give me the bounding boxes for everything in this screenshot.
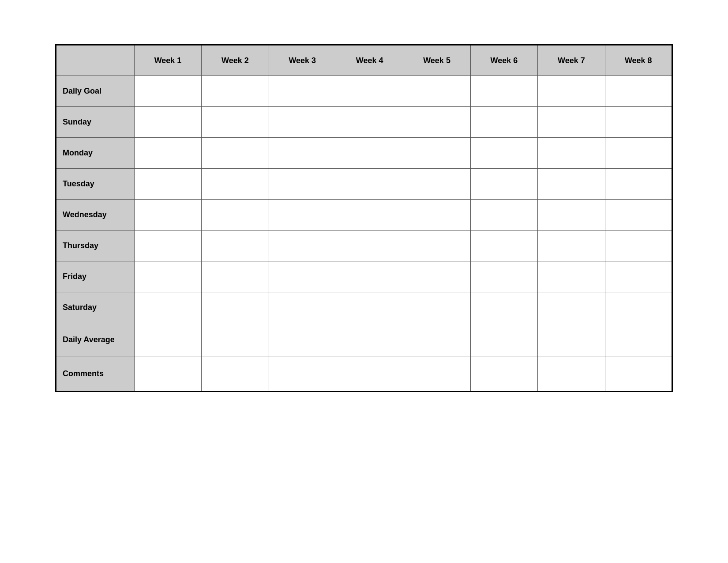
data-cell[interactable] [538, 230, 605, 261]
data-cell[interactable] [202, 292, 269, 323]
header-week7: Week 7 [538, 45, 605, 76]
data-cell[interactable] [202, 230, 269, 261]
data-cell[interactable] [134, 169, 201, 200]
row-label: Wednesday [56, 200, 135, 230]
row-label: Sunday [56, 107, 135, 138]
data-cell[interactable] [336, 138, 403, 169]
data-cell[interactable] [403, 356, 470, 392]
data-cell[interactable] [202, 107, 269, 138]
data-cell[interactable] [134, 76, 201, 107]
data-cell[interactable] [538, 292, 605, 323]
data-cell[interactable] [538, 169, 605, 200]
data-cell[interactable] [134, 200, 201, 230]
data-cell[interactable] [336, 230, 403, 261]
data-cell[interactable] [269, 76, 336, 107]
header-week4: Week 4 [336, 45, 403, 76]
data-cell[interactable] [202, 356, 269, 392]
data-cell[interactable] [470, 292, 537, 323]
data-cell[interactable] [403, 230, 470, 261]
data-cell[interactable] [470, 356, 537, 392]
data-cell[interactable] [269, 323, 336, 356]
data-cell[interactable] [202, 169, 269, 200]
data-cell[interactable] [470, 76, 537, 107]
header-week3: Week 3 [269, 45, 336, 76]
data-cell[interactable] [134, 107, 201, 138]
data-cell[interactable] [470, 230, 537, 261]
data-cell[interactable] [605, 169, 672, 200]
data-cell[interactable] [403, 107, 470, 138]
data-cell[interactable] [403, 200, 470, 230]
data-cell[interactable] [470, 169, 537, 200]
data-cell[interactable] [134, 292, 201, 323]
data-cell[interactable] [605, 138, 672, 169]
data-cell[interactable] [470, 138, 537, 169]
data-cell[interactable] [134, 261, 201, 292]
data-cell[interactable] [336, 292, 403, 323]
header-week1: Week 1 [134, 45, 201, 76]
data-cell[interactable] [470, 323, 537, 356]
table-row: Sunday [56, 107, 672, 138]
table-row: Daily Average [56, 323, 672, 356]
data-cell[interactable] [605, 261, 672, 292]
data-cell[interactable] [605, 76, 672, 107]
data-cell[interactable] [605, 107, 672, 138]
data-cell[interactable] [538, 138, 605, 169]
header-week8: Week 8 [605, 45, 672, 76]
data-cell[interactable] [605, 292, 672, 323]
data-cell[interactable] [269, 169, 336, 200]
table-row: Daily Goal [56, 76, 672, 107]
data-cell[interactable] [269, 292, 336, 323]
data-cell[interactable] [202, 76, 269, 107]
data-cell[interactable] [336, 169, 403, 200]
data-cell[interactable] [134, 230, 201, 261]
data-cell[interactable] [336, 107, 403, 138]
table-row: Comments [56, 356, 672, 392]
data-cell[interactable] [470, 261, 537, 292]
table-row: Saturday [56, 292, 672, 323]
data-cell[interactable] [403, 261, 470, 292]
data-cell[interactable] [269, 107, 336, 138]
data-cell[interactable] [605, 200, 672, 230]
data-cell[interactable] [470, 200, 537, 230]
data-cell[interactable] [538, 356, 605, 392]
header-week6: Week 6 [470, 45, 537, 76]
data-cell[interactable] [134, 356, 201, 392]
data-cell[interactable] [538, 200, 605, 230]
data-cell[interactable] [134, 138, 201, 169]
data-cell[interactable] [605, 230, 672, 261]
data-cell[interactable] [336, 356, 403, 392]
data-cell[interactable] [538, 107, 605, 138]
header-week5: Week 5 [403, 45, 470, 76]
data-cell[interactable] [403, 323, 470, 356]
data-cell[interactable] [403, 169, 470, 200]
data-cell[interactable] [403, 292, 470, 323]
data-cell[interactable] [202, 261, 269, 292]
row-label: Tuesday [56, 169, 135, 200]
data-cell[interactable] [538, 261, 605, 292]
data-cell[interactable] [202, 138, 269, 169]
table-row: Tuesday [56, 169, 672, 200]
data-cell[interactable] [538, 323, 605, 356]
data-cell[interactable] [470, 107, 537, 138]
data-cell[interactable] [605, 356, 672, 392]
data-cell[interactable] [403, 76, 470, 107]
data-cell[interactable] [336, 200, 403, 230]
data-cell[interactable] [336, 261, 403, 292]
log-table: Week 1 Week 2 Week 3 Week 4 Week 5 Week … [55, 44, 673, 392]
data-cell[interactable] [269, 230, 336, 261]
table-row: Wednesday [56, 200, 672, 230]
data-cell[interactable] [202, 200, 269, 230]
data-cell[interactable] [269, 138, 336, 169]
data-cell[interactable] [269, 200, 336, 230]
row-label: Monday [56, 138, 135, 169]
data-cell[interactable] [134, 323, 201, 356]
data-cell[interactable] [336, 76, 403, 107]
data-cell[interactable] [202, 323, 269, 356]
data-cell[interactable] [605, 323, 672, 356]
data-cell[interactable] [403, 138, 470, 169]
row-label: Friday [56, 261, 135, 292]
data-cell[interactable] [538, 76, 605, 107]
data-cell[interactable] [269, 356, 336, 392]
data-cell[interactable] [269, 261, 336, 292]
data-cell[interactable] [336, 323, 403, 356]
